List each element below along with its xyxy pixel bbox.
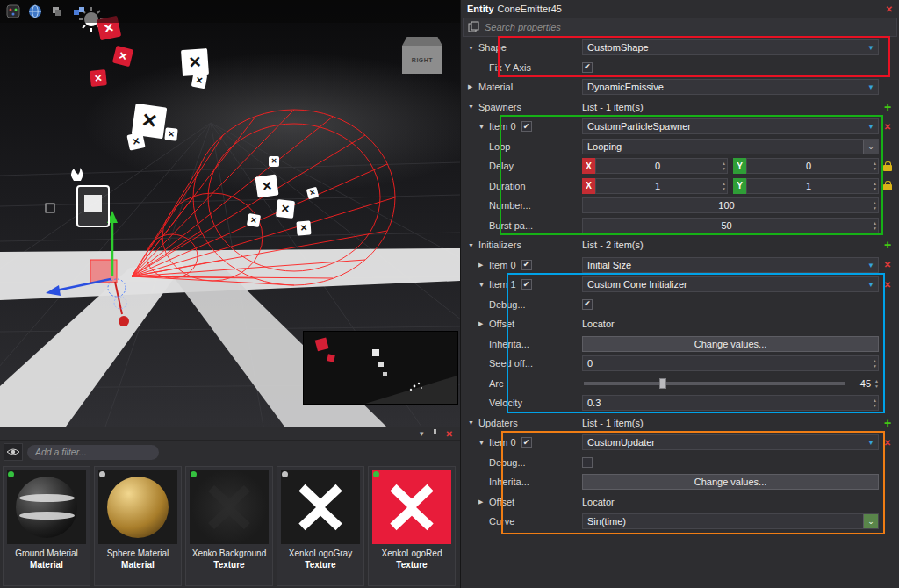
debug-checkbox[interactable] <box>582 457 593 468</box>
material-dropdown[interactable]: DynamicEmissive ▼ <box>582 79 879 95</box>
property-label: Loop <box>489 141 510 152</box>
search-input[interactable]: Search properties <box>485 22 561 32</box>
change-values-button[interactable]: Change values... <box>582 336 879 352</box>
asset-card-ground-material[interactable]: Ground Material Material <box>3 466 90 586</box>
item-enabled-checkbox[interactable]: ✔ <box>521 437 532 448</box>
view-cube-front-face[interactable]: RIGHT <box>402 46 442 74</box>
expander-icon[interactable]: ▶ <box>478 498 489 506</box>
world-icon[interactable] <box>27 4 43 19</box>
number-field[interactable]: 100 ▲▼ <box>582 197 879 213</box>
lock-icon[interactable] <box>883 184 892 190</box>
delete-item-icon[interactable]: ✕ <box>880 275 895 295</box>
item-enabled-checkbox[interactable]: ✔ <box>521 121 532 132</box>
fix-y-axis-checkbox[interactable]: ✔ <box>582 62 593 73</box>
property-label: Initializers <box>478 240 521 250</box>
particle-sprite-white: ✕ <box>296 220 311 235</box>
property-label: Duration <box>489 181 526 191</box>
expander-icon[interactable]: ▼ <box>478 124 489 130</box>
row-init-item0: ▶ Item 0 ✔ Initial Size ▼ ✕ <box>461 255 899 276</box>
expander-icon[interactable]: ▼ <box>468 45 478 51</box>
delay-y-field[interactable]: 0 ▲▼ <box>746 158 879 174</box>
shape-dropdown[interactable]: CustomShape ▼ <box>582 39 879 55</box>
expander-icon[interactable]: ▼ <box>478 440 489 446</box>
duration-x-field[interactable]: 1 ▲▼ <box>595 178 728 194</box>
delete-item-icon[interactable]: ✕ <box>880 117 895 137</box>
scene-menu-icon[interactable] <box>5 4 21 19</box>
velocity-field[interactable]: 0.3 ▲▼ <box>582 395 879 411</box>
item-enabled-checkbox[interactable]: ✔ <box>521 260 532 270</box>
delay-x-field[interactable]: 0 ▲▼ <box>595 158 728 174</box>
spin-down-icon[interactable]: ▼ <box>722 186 726 191</box>
row-fix-y-axis: Fix Y Axis ✔ <box>461 58 899 78</box>
expander-icon[interactable]: ▶ <box>468 83 478 90</box>
transform-gizmo-icon[interactable] <box>49 4 65 19</box>
expander-icon[interactable]: ▼ <box>468 419 478 426</box>
asset-thumbnail <box>98 470 177 544</box>
expander-icon[interactable]: ▼ <box>468 104 478 110</box>
add-item-icon[interactable]: + <box>880 413 895 434</box>
property-label: Updaters <box>478 418 518 428</box>
row-burst: Burst pa... 50 ▲▼ <box>461 216 899 236</box>
arc-slider[interactable] <box>584 382 845 385</box>
burst-field[interactable]: 50 ▲▼ <box>582 218 879 233</box>
spin-down-icon[interactable]: ▼ <box>874 384 879 389</box>
initializer-type-dropdown[interactable]: Initial Size ▼ <box>582 257 879 273</box>
row-duration: Duration X 1 ▲▼ Y 1 ▲▼ <box>461 176 899 197</box>
row-updater-debug: Debug... <box>461 453 899 473</box>
eye-icon[interactable] <box>4 443 23 461</box>
asset-card-xenko-background[interactable]: Xenko Background Texture <box>185 466 273 586</box>
change-values-button[interactable]: Change values... <box>582 474 879 490</box>
spin-down-icon[interactable]: ▼ <box>873 363 877 369</box>
item-enabled-checkbox[interactable]: ✔ <box>521 279 532 290</box>
add-item-icon[interactable]: + <box>880 235 895 255</box>
row-arc: Arc 45 ▲▼ <box>461 374 899 394</box>
spawner-type-dropdown[interactable]: CustomParticleSpawner ▼ <box>582 118 879 134</box>
property-search[interactable]: Search properties <box>463 18 897 37</box>
initializer-type-dropdown[interactable]: Custom Cone Initializer ▼ <box>582 276 879 292</box>
panel-close-icon[interactable]: ✕ <box>446 429 453 439</box>
add-item-icon[interactable]: + <box>880 97 895 118</box>
spin-down-icon[interactable]: ▼ <box>873 166 877 171</box>
list-summary: List - 1 item(s) <box>582 418 644 428</box>
asset-thumbnail <box>7 470 86 544</box>
row-velocity: Velocity 0.3 ▲▼ <box>461 393 899 413</box>
spin-down-icon[interactable]: ▼ <box>873 403 877 408</box>
asset-card-xenkologogray[interactable]: XenkoLogoGray Texture <box>277 466 364 586</box>
copy-properties-icon[interactable] <box>468 21 479 34</box>
delete-item-icon[interactable]: ✕ <box>880 255 895 276</box>
scene-viewport[interactable]: ✕ ✕ ✕ ✕ ✕ ✕ ✕ ✕ ✕ ✕ ✕ ✕ ✕ ✕ RIGHT <box>0 0 460 427</box>
combo-arrow-icon[interactable]: ⌄ <box>863 140 878 154</box>
expander-icon[interactable]: ▶ <box>478 320 489 327</box>
asset-name: XenkoLogoRed <box>382 549 442 558</box>
combo-arrow-icon[interactable]: ⌄ <box>863 514 878 528</box>
panel-menu-icon[interactable]: ▾ <box>420 429 424 438</box>
entity-close-icon[interactable]: ✕ <box>886 4 893 14</box>
property-label: Delay <box>489 161 514 171</box>
expander-icon[interactable]: ▼ <box>468 242 478 248</box>
asset-card-xenkologored[interactable]: XenkoLogoRed Texture <box>368 466 456 586</box>
updater-type-dropdown[interactable]: CustomUpdater ▼ <box>582 434 879 450</box>
seed-offset-field[interactable]: 0 ▲▼ <box>582 355 879 371</box>
property-label: Number... <box>489 200 531 211</box>
expander-icon[interactable]: ▶ <box>478 262 489 269</box>
view-cube[interactable]: RIGHT <box>402 37 442 74</box>
dropdown-arrow-icon: ▼ <box>867 262 874 269</box>
asset-caption: XenkoLogoRed Texture <box>369 548 455 570</box>
expander-icon[interactable]: ▼ <box>478 282 489 288</box>
loop-combobox[interactable]: Looping ⌄ <box>582 139 879 154</box>
delete-item-icon[interactable]: ✕ <box>880 433 895 453</box>
pin-icon[interactable] <box>431 429 439 439</box>
spin-down-icon[interactable]: ▼ <box>873 226 877 231</box>
spin-down-icon[interactable]: ▼ <box>722 166 726 171</box>
arc-slider-thumb[interactable] <box>659 378 666 389</box>
asset-filter-input[interactable]: Add a filter... <box>27 445 159 460</box>
asset-card-sphere-material[interactable]: Sphere Material Material <box>94 466 182 586</box>
curve-combobox[interactable]: Sin(time) ⌄ <box>582 513 879 529</box>
debug-checkbox[interactable]: ✔ <box>582 299 593 310</box>
spin-down-icon[interactable]: ▼ <box>873 186 877 191</box>
cubes-icon[interactable] <box>71 4 87 19</box>
spin-down-icon[interactable]: ▼ <box>873 205 877 211</box>
lock-icon[interactable] <box>883 165 892 171</box>
duration-y-field[interactable]: 1 ▲▼ <box>746 178 879 194</box>
view-cube-top-face[interactable] <box>402 37 442 46</box>
